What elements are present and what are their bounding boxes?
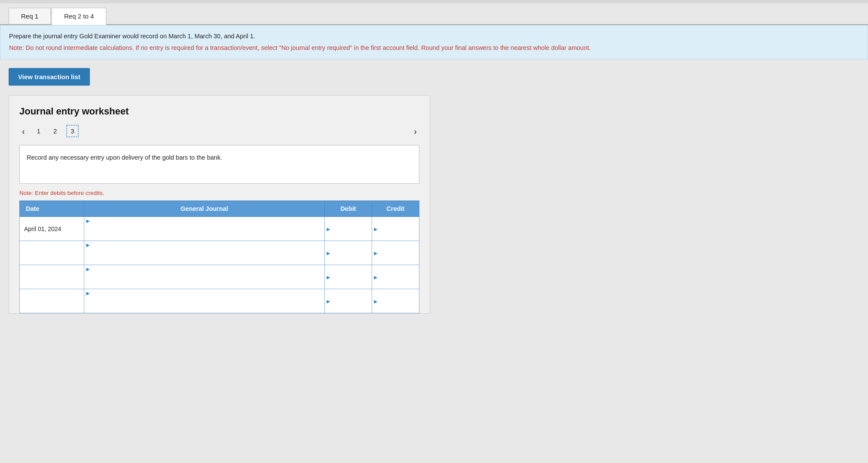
arrow-indicator: ►: [372, 298, 379, 305]
worksheet-title: Journal entry worksheet: [19, 106, 419, 117]
date-cell-2: [20, 241, 84, 265]
journal-table: Date General Journal Debit Credit April …: [19, 201, 419, 313]
arrow-indicator: ►: [84, 218, 91, 224]
table-row: April 01, 2024 ► ► ►: [20, 217, 419, 241]
arrow-indicator: ►: [325, 226, 331, 232]
arrow-indicator: ►: [84, 266, 91, 272]
arrow-indicator: ►: [325, 250, 331, 256]
instruction-main-text: Prepare the journal entry Gold Examiner …: [9, 31, 859, 41]
arrow-indicator: ►: [84, 242, 91, 248]
page-2[interactable]: 2: [50, 126, 60, 136]
debit-credit-note: Note: Enter debits before credits.: [19, 190, 419, 196]
journal-cell-4[interactable]: ►: [84, 289, 325, 313]
credit-input-3[interactable]: [380, 269, 418, 285]
page-1[interactable]: 1: [34, 126, 44, 136]
arrow-indicator: ►: [372, 226, 379, 232]
journal-cell-1[interactable]: ►: [84, 217, 325, 241]
instruction-note-text: Note: Do not round intermediate calculat…: [9, 43, 859, 53]
nav-row: ‹ 1 2 3 ›: [19, 125, 419, 137]
arrow-indicator: ►: [325, 298, 331, 305]
col-header-journal: General Journal: [84, 201, 325, 217]
debit-cell-2[interactable]: ►: [325, 241, 372, 265]
date-cell-4: [20, 289, 84, 313]
date-cell-1: April 01, 2024: [20, 217, 84, 241]
arrow-indicator: ►: [325, 274, 331, 281]
credit-cell-3[interactable]: ►: [372, 265, 419, 289]
debit-input-1[interactable]: [333, 221, 370, 237]
credit-cell-1[interactable]: ►: [372, 217, 419, 241]
arrow-indicator: ►: [372, 250, 379, 256]
table-row: ► ► ►: [20, 265, 419, 289]
journal-input-4[interactable]: [84, 296, 324, 313]
view-transaction-button[interactable]: View transaction list: [9, 68, 90, 86]
col-header-credit: Credit: [372, 201, 419, 217]
credit-cell-2[interactable]: ►: [372, 241, 419, 265]
credit-input-4[interactable]: [380, 293, 418, 309]
credit-input-2[interactable]: [380, 245, 418, 261]
journal-cell-3[interactable]: ►: [84, 265, 325, 289]
debit-input-4[interactable]: [333, 293, 370, 309]
table-row: ► ► ►: [20, 241, 419, 265]
content-area: View transaction list Journal entry work…: [0, 59, 868, 322]
credit-cell-4[interactable]: ►: [372, 289, 419, 313]
journal-input-1[interactable]: [84, 224, 324, 241]
top-bar: [0, 0, 868, 3]
debit-input-3[interactable]: [333, 269, 370, 285]
date-cell-3: [20, 265, 84, 289]
arrow-indicator: ►: [372, 274, 379, 281]
journal-input-2[interactable]: [84, 248, 324, 265]
worksheet-container: Journal entry worksheet ‹ 1 2 3 › Record…: [9, 95, 430, 314]
prev-page-button[interactable]: ‹: [19, 125, 28, 137]
instruction-box: Prepare the journal entry Gold Examiner …: [0, 25, 868, 59]
debit-cell-4[interactable]: ►: [325, 289, 372, 313]
tab-req1[interactable]: Req 1: [9, 8, 51, 24]
tabs-container: Req 1 Req 2 to 4: [0, 3, 868, 25]
debit-cell-1[interactable]: ►: [325, 217, 372, 241]
col-header-date: Date: [20, 201, 84, 217]
credit-input-1[interactable]: [380, 221, 418, 237]
col-header-debit: Debit: [325, 201, 372, 217]
debit-cell-3[interactable]: ►: [325, 265, 372, 289]
debit-input-2[interactable]: [333, 245, 370, 261]
table-row: ► ► ►: [20, 289, 419, 313]
arrow-indicator: ►: [84, 290, 91, 296]
journal-cell-2[interactable]: ►: [84, 241, 325, 265]
entry-description: Record any necessary entry upon delivery…: [19, 145, 419, 184]
page-3[interactable]: 3: [66, 125, 78, 137]
journal-input-3[interactable]: [84, 272, 324, 289]
next-page-button[interactable]: ›: [411, 125, 419, 137]
tab-req2to4[interactable]: Req 2 to 4: [52, 8, 106, 25]
